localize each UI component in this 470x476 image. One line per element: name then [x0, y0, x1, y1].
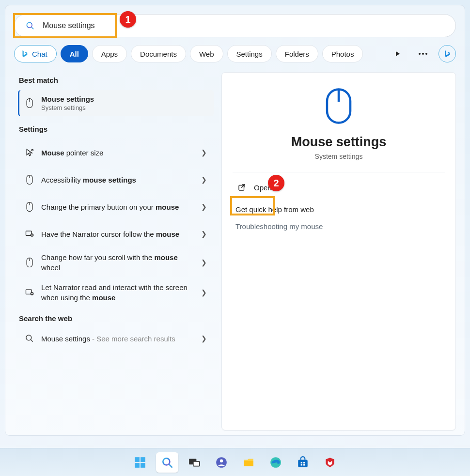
annotation-badge-2: 2 — [268, 175, 284, 191]
taskbar-store[interactable] — [292, 452, 314, 473]
mouse-icon-large — [324, 87, 354, 125]
svg-rect-26 — [135, 463, 140, 468]
svg-point-18 — [26, 335, 31, 340]
tab-web[interactable]: Web — [190, 45, 223, 62]
chevron-right-icon: ❯ — [201, 203, 207, 211]
settings-result-title: Let Narrator read and interact with the … — [41, 282, 197, 303]
svg-point-33 — [220, 459, 223, 462]
chevron-right-icon: ❯ — [201, 149, 207, 156]
svg-rect-27 — [141, 463, 145, 468]
web-result-title: Mouse settings - See more search results — [41, 335, 197, 343]
svg-rect-25 — [141, 457, 145, 462]
best-match-subtitle: System settings — [41, 104, 207, 111]
help-link-troubleshoot[interactable]: Troubleshooting my mouse — [235, 218, 443, 234]
search-panel: 1 Chat All Apps Documents Web Settings F… — [5, 5, 465, 436]
best-match-header: Best match — [19, 76, 214, 84]
taskbar-mcafee[interactable] — [319, 452, 341, 473]
settings-result-title: Change how far you scroll with the mouse… — [41, 252, 197, 273]
settings-result-title: Have the Narrator cursor follow the mous… — [41, 229, 197, 239]
settings-result[interactable]: Change the primary button on your mouse❯ — [18, 193, 214, 220]
chevron-right-icon: ❯ — [201, 259, 207, 266]
svg-point-4 — [425, 53, 427, 55]
narrator-icon — [23, 229, 36, 239]
chevron-right-icon: ❯ — [201, 335, 207, 342]
settings-result[interactable]: Accessibility mouse settings❯ — [18, 166, 214, 193]
best-match-title: Mouse settings — [41, 95, 207, 103]
svg-point-3 — [422, 53, 424, 55]
settings-result-title: Change the primary button on your mouse — [41, 202, 197, 212]
tab-chat-label: Chat — [32, 50, 47, 58]
svg-line-1 — [31, 27, 33, 29]
divider — [233, 172, 445, 172]
settings-result[interactable]: Let Narrator read and interact with the … — [18, 277, 214, 307]
svg-rect-34 — [244, 461, 253, 466]
svg-rect-31 — [193, 461, 200, 466]
svg-rect-40 — [303, 464, 305, 465]
tab-apps[interactable]: Apps — [92, 45, 127, 62]
taskbar-chat[interactable] — [210, 452, 233, 473]
tabs-overflow-icon[interactable] — [416, 52, 430, 55]
mouse-icon — [23, 257, 36, 268]
svg-point-7 — [31, 149, 33, 151]
narrator-icon — [23, 287, 36, 298]
settings-results: Mouse pointer size❯Accessibility mouse s… — [18, 139, 214, 307]
web-header: Search the web — [19, 314, 214, 322]
search-box[interactable] — [14, 14, 456, 37]
taskbar — [0, 448, 470, 476]
search-icon — [23, 333, 36, 344]
bing-button[interactable] — [439, 45, 456, 62]
tab-folders[interactable]: Folders — [276, 45, 318, 62]
settings-result[interactable]: Have the Narrator cursor follow the mous… — [18, 220, 214, 247]
svg-rect-24 — [135, 457, 140, 462]
taskbar-taskview[interactable] — [183, 452, 205, 473]
bing-icon — [443, 49, 452, 59]
open-button[interactable]: Open — [235, 178, 443, 197]
svg-rect-36 — [298, 460, 308, 467]
taskbar-start[interactable] — [129, 452, 151, 473]
svg-line-29 — [169, 464, 172, 467]
tab-settings[interactable]: Settings — [227, 45, 272, 62]
svg-rect-38 — [303, 461, 305, 463]
bing-icon — [20, 49, 29, 58]
taskbar-search[interactable] — [156, 452, 178, 473]
settings-result[interactable]: Change how far you scroll with the mouse… — [18, 247, 214, 277]
svg-point-2 — [419, 53, 421, 55]
preview-subtitle: System settings — [315, 153, 363, 160]
taskbar-explorer[interactable] — [237, 452, 260, 473]
taskbar-edge[interactable] — [265, 452, 287, 473]
search-input[interactable] — [43, 21, 445, 30]
mouse-icon — [23, 98, 36, 108]
preview-pane: Mouse settings System settings Open Get … — [221, 72, 456, 430]
tab-documents[interactable]: Documents — [131, 45, 186, 62]
chevron-right-icon: ❯ — [201, 230, 207, 238]
tabs-more-right-icon[interactable] — [391, 50, 405, 57]
mouse-icon — [23, 201, 36, 212]
open-icon — [237, 183, 246, 192]
tab-chat[interactable]: Chat — [14, 45, 57, 62]
settings-result-title: Mouse pointer size — [41, 148, 197, 158]
tab-all[interactable]: All — [61, 45, 88, 62]
settings-header: Settings — [19, 125, 214, 133]
svg-line-19 — [31, 340, 33, 342]
svg-rect-37 — [301, 461, 302, 463]
search-icon — [25, 21, 35, 31]
web-result[interactable]: Mouse settings - See more search results… — [18, 328, 214, 349]
annotation-badge-1: 1 — [120, 11, 136, 28]
filter-tabs: Chat All Apps Documents Web Settings Fol… — [14, 45, 456, 62]
pointer-size-icon — [23, 147, 36, 158]
quick-help-header: Get quick help from web — [235, 205, 443, 214]
chevron-right-icon: ❯ — [201, 289, 207, 296]
svg-rect-39 — [301, 464, 302, 465]
preview-title: Mouse settings — [291, 135, 387, 150]
best-match-result[interactable]: Mouse settings System settings — [18, 90, 214, 116]
chevron-right-icon: ❯ — [201, 176, 207, 184]
settings-result-title: Accessibility mouse settings — [41, 175, 197, 185]
results-column: Best match Mouse settings System setting… — [14, 72, 219, 430]
settings-result[interactable]: Mouse pointer size❯ — [18, 139, 214, 166]
tab-photos[interactable]: Photos — [322, 45, 363, 62]
mouse-icon — [23, 174, 36, 185]
